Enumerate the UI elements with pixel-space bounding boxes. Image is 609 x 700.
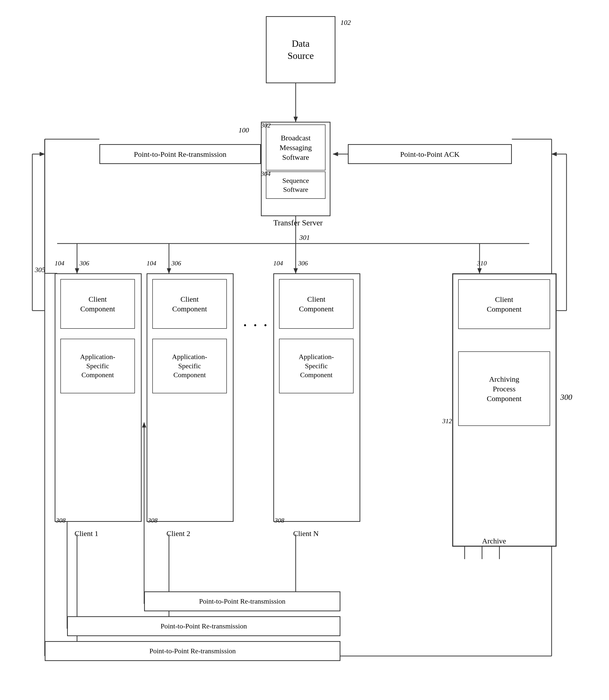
client1-app-label: Application-SpecificComponent [80, 352, 115, 380]
svg-marker-10 [294, 268, 298, 273]
svg-marker-8 [167, 268, 171, 273]
ref-102: 102 [341, 19, 351, 27]
retrans-n-label: Point-to-Point Re-transmission [199, 597, 285, 606]
archive-process-box: ArchivingProcessComponent [458, 351, 550, 426]
clientN-app-box: Application-SpecificComponent [279, 339, 353, 393]
client1-label: Client 1 [74, 529, 99, 538]
clientN-app-label: Application-SpecificComponent [299, 352, 334, 380]
data-source-label: DataSource [288, 37, 314, 62]
transfer-server-label: Transfer Server [273, 218, 323, 227]
ref-104-3: 104 [273, 260, 283, 267]
archive-label: Archive [482, 537, 506, 545]
svg-marker-12 [477, 268, 482, 273]
svg-marker-27 [40, 152, 45, 156]
transfer-server-box: BroadcastMessagingSoftware SequenceSoftw… [261, 122, 330, 216]
client2-app-box: Application-SpecificComponent [152, 339, 227, 393]
clientN-outer-box: ClientComponent Application-SpecificComp… [273, 273, 360, 522]
retrans-2-box: Point-to-Point Re-transmission [67, 616, 341, 636]
client1-container: 104 306 ClientComponent Application-Spec… [55, 273, 142, 547]
retrans-n-box: Point-to-Point Re-transmission [144, 591, 341, 611]
retrans-2-label: Point-to-Point Re-transmission [160, 622, 247, 631]
ref-308-1: 308 [56, 517, 66, 524]
archive-client-label: ClientComponent [487, 295, 522, 314]
clientN-client-box: ClientComponent [279, 279, 353, 329]
client1-client-box: ClientComponent [60, 279, 135, 329]
client2-container: 104 306 ClientComponent Application-Spec… [146, 273, 233, 547]
ref-312: 312 [442, 418, 452, 425]
diagram: DataSource 102 BroadcastMessagingSoftwar… [0, 0, 609, 700]
archive-client-box: ClientComponent [458, 279, 550, 329]
archive-process-label: ArchivingProcessComponent [487, 374, 522, 403]
ref-305: 305 [35, 266, 45, 274]
client2-label: Client 2 [167, 529, 190, 538]
ref-306-2: 306 [171, 260, 181, 267]
ref-308-2: 308 [148, 517, 158, 524]
point-ack-right-label: Point-to-Point ACK [400, 149, 459, 159]
archive-outer-box: ClientComponent ArchivingProcessComponen… [452, 273, 557, 547]
ref-301: 301 [299, 233, 310, 242]
svg-marker-16 [333, 152, 338, 156]
clientN-label: Client N [293, 529, 319, 538]
sequence-software-label: SequenceSoftware [282, 176, 309, 194]
svg-marker-49 [142, 422, 146, 427]
ref-308-3: 308 [275, 517, 284, 524]
broadcast-messaging-label: BroadcastMessagingSoftware [280, 133, 312, 162]
ref-104-2: 104 [146, 260, 156, 267]
ref-304: 304 [261, 170, 271, 178]
data-source-box: DataSource [266, 16, 335, 83]
retrans-1-label: Point-to-Point Re-transmission [149, 647, 236, 655]
ref-302: 302 [261, 122, 271, 129]
svg-marker-31 [552, 152, 557, 156]
broadcast-messaging-box: BroadcastMessagingSoftware [266, 124, 326, 171]
ref-300: 300 [560, 392, 572, 402]
client1-outer-box: ClientComponent Application-SpecificComp… [55, 273, 142, 522]
client1-client-label: ClientComponent [80, 294, 115, 314]
client2-client-box: ClientComponent [152, 279, 227, 329]
point-retrans-left-box: Point-to-Point Re-transmission [99, 144, 261, 164]
client2-outer-box: ClientComponent Application-SpecificComp… [146, 273, 233, 522]
svg-marker-6 [75, 268, 79, 273]
sequence-software-box: SequenceSoftware [266, 172, 326, 199]
clientN-container: 104 306 ClientComponent Application-Spec… [273, 273, 360, 547]
archive-container: 310 ClientComponent ArchivingProcessComp… [452, 273, 557, 572]
ref-104-1: 104 [55, 260, 64, 267]
client2-client-label: ClientComponent [172, 294, 207, 314]
client1-app-box: Application-SpecificComponent [60, 339, 135, 393]
svg-marker-1 [294, 117, 298, 122]
ref-306-3: 306 [298, 260, 308, 267]
clientN-client-label: ClientComponent [299, 294, 334, 314]
ref-100: 100 [239, 126, 249, 134]
ref-306-1: 306 [80, 260, 89, 267]
point-ack-right-box: Point-to-Point ACK [348, 144, 512, 164]
client2-app-label: Application-SpecificComponent [172, 352, 207, 380]
ref-310: 310 [477, 260, 487, 267]
point-retrans-left-label: Point-to-Point Re-transmission [134, 149, 227, 159]
retrans-1-box: Point-to-Point Re-transmission [45, 641, 341, 661]
